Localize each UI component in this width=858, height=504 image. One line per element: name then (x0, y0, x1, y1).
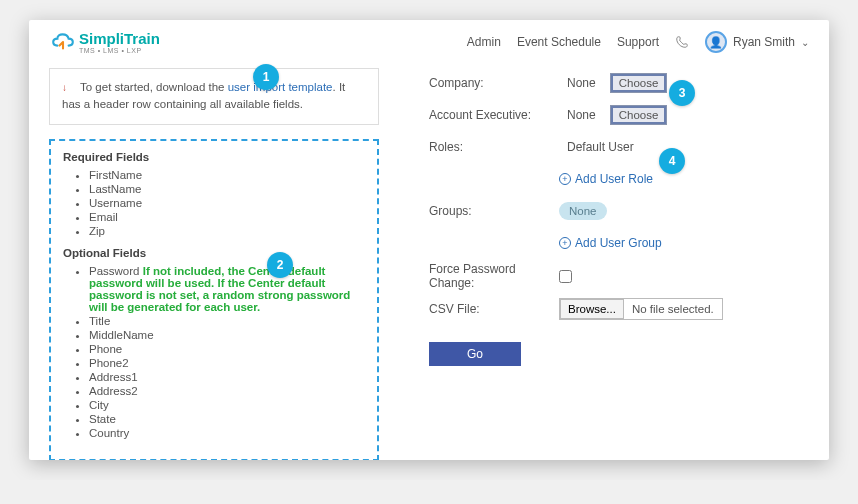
add-user-role-link[interactable]: +Add User Role (559, 172, 653, 186)
roles-value: Default User (559, 136, 642, 158)
cloud-logo-icon (49, 30, 77, 50)
avatar-icon: 👤 (705, 31, 727, 53)
top-header: SimpliTrain TMS • LMS • LXP Admin Event … (29, 20, 829, 64)
nav-admin[interactable]: Admin (467, 35, 501, 49)
list-item: FirstName (89, 169, 365, 181)
info-prefix: To get started, download the (80, 81, 228, 93)
groups-value: None (559, 202, 607, 220)
company-label: Company: (429, 76, 559, 90)
brand-name: SimpliTrain (79, 30, 160, 47)
list-item: LastName (89, 183, 365, 195)
csv-label: CSV File: (429, 302, 559, 316)
required-fields-heading: Required Fields (63, 151, 365, 163)
ae-label: Account Executive: (429, 108, 559, 122)
roles-label: Roles: (429, 140, 559, 154)
user-import-template-link[interactable]: user import template (228, 81, 333, 93)
force-password-checkbox[interactable] (559, 270, 572, 283)
list-item: Password If not included, the Center def… (89, 265, 365, 313)
go-button[interactable]: Go (429, 342, 521, 366)
groups-label: Groups: (429, 204, 559, 218)
plus-icon: + (559, 173, 571, 185)
chevron-down-icon: ⌄ (801, 37, 809, 48)
fields-reference-box: Required Fields FirstNameLastNameUsernam… (49, 139, 379, 461)
brand-subtitle: TMS • LMS • LXP (79, 47, 160, 54)
file-status: No file selected. (624, 303, 722, 315)
list-item: Address1 (89, 371, 365, 383)
list-item: Username (89, 197, 365, 209)
optional-fields-heading: Optional Fields (63, 247, 365, 259)
list-item: Address2 (89, 385, 365, 397)
list-item: Country (89, 427, 365, 439)
nav-support[interactable]: Support (617, 35, 659, 49)
list-item: Email (89, 211, 365, 223)
fpc-label: Force Password Change: (429, 262, 559, 290)
download-icon: ↓ (62, 82, 67, 93)
list-item: Title (89, 315, 365, 327)
user-menu[interactable]: 👤 Ryan Smith ⌄ (705, 31, 809, 53)
username: Ryan Smith (733, 35, 795, 49)
choose-ae-button[interactable]: Choose (610, 105, 668, 125)
list-item: Phone (89, 343, 365, 355)
company-value: None (559, 72, 604, 94)
nav-event-schedule[interactable]: Event Schedule (517, 35, 601, 49)
list-item: City (89, 399, 365, 411)
list-item: MiddleName (89, 329, 365, 341)
download-template-box: ↓ To get started, download the user impo… (49, 68, 379, 125)
plus-icon: + (559, 237, 571, 249)
list-item: Phone2 (89, 357, 365, 369)
add-user-group-link[interactable]: +Add User Group (559, 236, 662, 250)
list-item: State (89, 413, 365, 425)
brand: SimpliTrain TMS • LMS • LXP (49, 30, 160, 54)
ae-value: None (559, 104, 604, 126)
choose-company-button[interactable]: Choose (610, 73, 668, 93)
browse-button[interactable]: Browse... (560, 299, 624, 319)
list-item: Zip (89, 225, 365, 237)
phone-icon[interactable] (675, 35, 689, 49)
